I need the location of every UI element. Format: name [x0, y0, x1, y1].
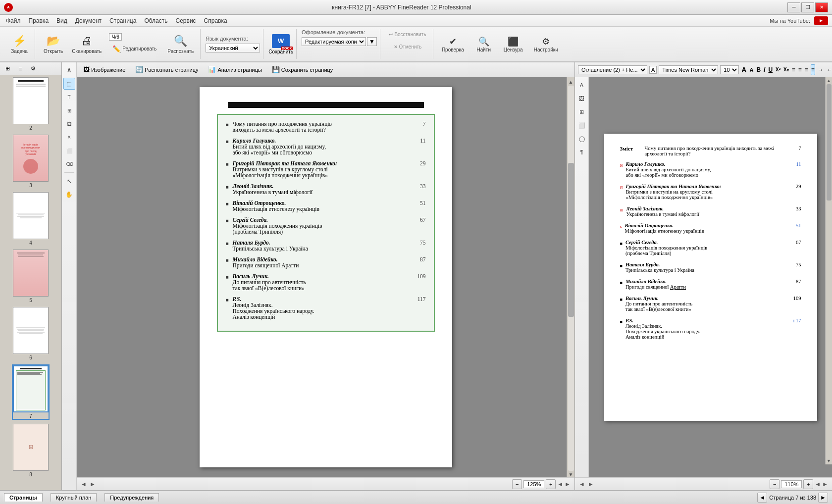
- right-select-tool[interactable]: A: [576, 79, 588, 91]
- scroll-up-btn[interactable]: ▲: [569, 79, 573, 85]
- menu-help[interactable]: Справка: [200, 16, 231, 25]
- scroll-right-arr[interactable]: ►: [90, 481, 96, 488]
- right-table-tool[interactable]: ⊞: [576, 106, 588, 118]
- table-tool[interactable]: ⊞: [63, 104, 75, 116]
- minimize-btn[interactable]: ─: [787, 2, 800, 12]
- recognize-page-btn[interactable]: 🔄 Распознать страницу: [132, 64, 202, 75]
- open-btn[interactable]: 📂 Открыть: [40, 32, 66, 56]
- menu-file[interactable]: Файл: [2, 16, 25, 25]
- font-size-toggle[interactable]: A: [649, 66, 657, 74]
- thumb-4[interactable]: 4: [13, 192, 49, 246]
- recognize-btn[interactable]: 🔍 Распознать: [164, 32, 197, 56]
- next-page-btn[interactable]: ►: [818, 493, 828, 503]
- menu-view[interactable]: Вид: [52, 16, 71, 25]
- edit-btn[interactable]: ✏️ Редактировать: [109, 43, 160, 55]
- right-zoom-input[interactable]: [781, 480, 802, 488]
- scroll-h-left[interactable]: ◄: [557, 481, 563, 488]
- cancel-btn[interactable]: ✕ Отменить: [385, 42, 430, 52]
- menu-tools[interactable]: Сервис: [172, 16, 200, 25]
- right-scroll-left[interactable]: ◄: [579, 481, 585, 488]
- close-btn[interactable]: ✕: [815, 2, 828, 12]
- right-doc-scroll[interactable]: ▲ ▼ Зміст Чому питання про походження ук…: [589, 77, 832, 477]
- format-select[interactable]: Редактируемая копия: [302, 37, 366, 46]
- cursor-tool[interactable]: ↖: [63, 175, 75, 187]
- thumbnail-list-btn[interactable]: ≡: [15, 64, 25, 73]
- tab-zoom[interactable]: Крупный план: [51, 493, 97, 502]
- eraser-tool[interactable]: ⌫: [63, 158, 75, 170]
- thumbnail-options-btn[interactable]: ⚙: [27, 64, 39, 73]
- bold-btn[interactable]: B: [756, 64, 761, 75]
- scroll-down-btn[interactable]: ▼: [569, 472, 573, 477]
- indent-decrease-btn[interactable]: ←: [826, 64, 832, 75]
- restore-btn[interactable]: ❐: [801, 2, 814, 12]
- menu-document[interactable]: Документ: [71, 16, 105, 25]
- thumb-3[interactable]: Історія міфівпро походженняпро походукра…: [13, 135, 49, 188]
- superscript-btn[interactable]: X²: [775, 64, 781, 75]
- hand-tool[interactable]: ✋: [63, 189, 75, 201]
- lang-select[interactable]: Украинский: [206, 44, 260, 52]
- right-scroll-up[interactable]: ▲: [826, 77, 832, 83]
- select-region-tool[interactable]: ⬚: [63, 78, 75, 90]
- image-view-btn[interactable]: 🖼 Изображение: [80, 64, 129, 75]
- barcode-tool[interactable]: X: [63, 131, 75, 143]
- picture-tool[interactable]: 🖼: [63, 118, 75, 130]
- underline-btn[interactable]: U: [768, 64, 773, 75]
- bg-tool[interactable]: ⬜: [63, 145, 75, 156]
- analyze-page-btn[interactable]: 📊 Анализ страницы: [205, 64, 265, 75]
- right-zoom-tool[interactable]: ⬜: [576, 119, 588, 131]
- right-extra-tool[interactable]: ¶: [576, 146, 588, 158]
- zoom-input-left[interactable]: [523, 480, 544, 488]
- indent-increase-btn[interactable]: →: [817, 64, 824, 75]
- align-center-btn[interactable]: ≡: [798, 64, 802, 75]
- right-scrollbar[interactable]: ▲ ▼: [825, 77, 832, 464]
- thumb-6[interactable]: 6: [13, 307, 49, 360]
- right-h-scroll-r[interactable]: ►: [822, 481, 828, 488]
- thumb-5[interactable]: 5: [13, 250, 49, 303]
- font-size-select[interactable]: 10,5: [720, 65, 739, 74]
- right-img-tool[interactable]: 🖼: [576, 93, 588, 104]
- task-btn[interactable]: ⚡ Задача: [7, 32, 32, 56]
- thumb-8[interactable]: 🖼 8: [13, 424, 49, 477]
- thumb-7[interactable]: 7: [12, 364, 50, 420]
- right-zoom-minus[interactable]: −: [770, 479, 780, 489]
- italic-btn[interactable]: I: [763, 64, 766, 75]
- right-scroll-down[interactable]: ▼: [826, 458, 832, 463]
- font-select[interactable]: Times New Roman: [659, 65, 718, 74]
- censor-btn[interactable]: ⬛ Цензура: [500, 34, 526, 55]
- youtube-btn[interactable]: ▶: [814, 16, 828, 25]
- zoom-minus-btn[interactable]: −: [512, 479, 522, 489]
- prev-page-btn[interactable]: ◄: [757, 493, 767, 503]
- text-region-tool[interactable]: T: [63, 91, 75, 103]
- doc-scrollbar[interactable]: ▲ ▼: [567, 77, 574, 477]
- menu-page[interactable]: Страница: [105, 16, 140, 25]
- scroll-left-arr[interactable]: ◄: [81, 481, 87, 488]
- settings-btn[interactable]: ⚙ Настройки: [530, 34, 562, 55]
- check-btn[interactable]: ✔ Проверка: [438, 34, 468, 55]
- thumbnail-scroll-area[interactable]: 2 Історія міфівпро походженняпро походук…: [0, 75, 61, 490]
- find-btn[interactable]: 🔍 Найти: [471, 34, 496, 55]
- zoom-plus-btn[interactable]: +: [546, 479, 556, 489]
- restore-btn[interactable]: ↩ Восстановить: [385, 29, 430, 40]
- right-bg-tool[interactable]: ◯: [576, 133, 588, 145]
- save-page-btn[interactable]: 💾 Сохранить страницу: [268, 64, 337, 75]
- menu-region[interactable]: Область: [140, 16, 171, 25]
- subscript-btn[interactable]: X₂: [783, 64, 789, 75]
- thumbnail-view-btn[interactable]: ⊞: [2, 64, 13, 73]
- tab-pages[interactable]: Страницы: [4, 493, 43, 502]
- align-justify-btn[interactable]: ≡: [811, 64, 815, 75]
- style-select[interactable]: Оглавление (2) + Не...: [578, 65, 647, 74]
- right-zoom-plus[interactable]: +: [803, 479, 813, 489]
- scroll-thumb[interactable]: [568, 163, 574, 317]
- tab-warnings[interactable]: Предупреждения: [104, 493, 159, 502]
- scroll-h-right[interactable]: ►: [565, 481, 571, 488]
- font-shrink-btn[interactable]: A: [749, 64, 754, 75]
- doc-scroll-area[interactable]: ▲ ▼ ■ Чому питання про походження україн…: [77, 77, 574, 477]
- format-dropdown-btn[interactable]: ▼: [367, 37, 377, 46]
- font-grow-btn[interactable]: A: [741, 64, 747, 75]
- align-right-btn[interactable]: ≡: [804, 64, 809, 75]
- right-scroll-thumb[interactable]: [827, 84, 832, 201]
- menu-edit[interactable]: Правка: [25, 16, 53, 25]
- select-text-tool[interactable]: A: [63, 64, 75, 76]
- scan-btn[interactable]: 🖨 Сканировать: [68, 32, 105, 56]
- thumb-2[interactable]: 2: [13, 77, 49, 131]
